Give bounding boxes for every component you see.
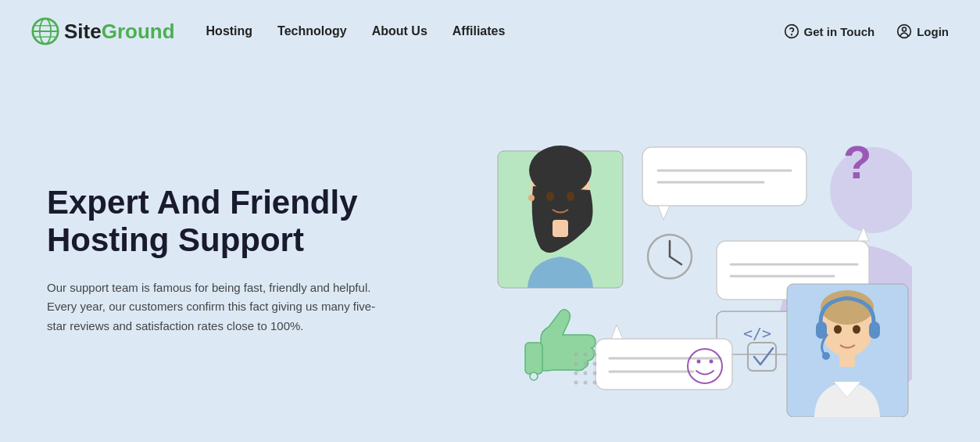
header-right: Get in Touch Login: [784, 23, 949, 39]
svg-rect-19: [642, 147, 807, 206]
svg-point-8: [903, 27, 907, 31]
svg-point-18: [567, 192, 574, 201]
user-circle-icon: [896, 23, 912, 39]
svg-point-45: [574, 361, 578, 365]
svg-rect-15: [553, 220, 568, 237]
svg-point-44: [593, 352, 597, 356]
svg-point-48: [574, 371, 578, 375]
illustration-svg: ?: [474, 104, 912, 417]
hero-illustration: ?: [453, 112, 933, 409]
svg-point-56: [821, 290, 874, 325]
svg-point-51: [574, 380, 578, 384]
svg-point-62: [822, 352, 830, 360]
login-label: Login: [917, 25, 949, 38]
svg-point-40: [710, 359, 714, 363]
get-in-touch-button[interactable]: Get in Touch: [784, 23, 875, 39]
question-circle-icon: [784, 23, 799, 39]
svg-marker-20: [658, 206, 670, 220]
hero-section: Expert And Friendly Hosting Support Our …: [0, 63, 980, 442]
hero-description: Our support team is famous for being fas…: [47, 278, 391, 336]
svg-point-46: [584, 361, 588, 365]
svg-point-43: [584, 352, 588, 356]
hero-heading: Expert And Friendly Hosting Support: [47, 184, 453, 260]
nav-hosting[interactable]: Hosting: [206, 24, 253, 38]
nav-about[interactable]: About Us: [372, 24, 427, 38]
svg-rect-61: [869, 322, 880, 339]
get-in-touch-label: Get in Touch: [804, 25, 875, 38]
svg-point-53: [593, 380, 597, 384]
svg-point-17: [546, 192, 554, 201]
svg-point-47: [593, 361, 597, 365]
svg-point-58: [834, 325, 842, 333]
svg-rect-32: [525, 343, 542, 374]
svg-text:</>: </>: [743, 324, 771, 343]
hero-text-block: Expert And Friendly Hosting Support Our …: [47, 184, 453, 336]
nav-technology[interactable]: Technology: [277, 24, 347, 38]
nav-affiliates[interactable]: Affiliates: [452, 24, 506, 38]
logo-icon: [31, 17, 59, 45]
svg-point-49: [584, 371, 588, 375]
svg-line-25: [670, 257, 681, 264]
svg-text:?: ?: [843, 136, 872, 189]
svg-point-52: [584, 380, 588, 384]
svg-marker-35: [611, 325, 623, 339]
svg-point-33: [530, 372, 538, 380]
svg-point-59: [853, 325, 860, 333]
login-button[interactable]: Login: [896, 23, 949, 39]
svg-point-50: [593, 371, 597, 375]
logo-link[interactable]: SiteGround: [31, 17, 175, 45]
svg-point-42: [574, 352, 578, 356]
site-header: SiteGround Hosting Technology About Us A…: [0, 0, 980, 63]
svg-point-39: [697, 359, 701, 363]
svg-point-6: [791, 34, 792, 35]
svg-point-16: [528, 195, 535, 201]
main-nav: Hosting Technology About Us Affiliates: [206, 24, 784, 38]
logo-text: SiteGround: [64, 20, 175, 44]
svg-rect-57: [839, 353, 855, 367]
